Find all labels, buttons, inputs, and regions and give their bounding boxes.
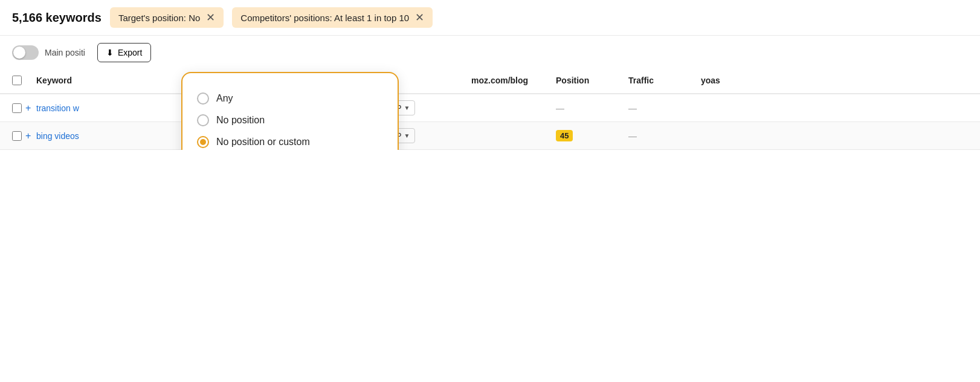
radio-no-position[interactable] — [197, 114, 209, 126]
target-position-filter[interactable]: Target's position: No ✕ — [110, 7, 224, 28]
competitors-position-label: Competitors' positions: At least 1 in to… — [240, 13, 409, 23]
select-all-checkbox[interactable] — [12, 76, 22, 85]
th-yoas: yoas — [701, 76, 773, 87]
row1-traffic: — — [628, 103, 701, 113]
row2-plus-icon[interactable]: + — [25, 131, 31, 141]
row1-serp-arrow-icon: ▼ — [404, 105, 410, 111]
keywords-count: 5,166 keywords — [12, 11, 102, 25]
table-row: + transition w .33 SERP ▼ — — — [0, 94, 980, 122]
row2-position: 45 — [556, 130, 628, 141]
competitors-position-filter[interactable]: Competitors' positions: At least 1 in to… — [232, 7, 433, 28]
row2-traffic: — — [628, 131, 701, 141]
radio-any[interactable] — [197, 92, 209, 105]
option-any-label: Any — [216, 93, 233, 104]
export-button[interactable]: ⬇ Export — [97, 43, 151, 62]
row2-keyword-link[interactable]: bing videos — [36, 131, 79, 141]
table-row: + bing videos 2 25.0K 2.81 SERP ▼ 45 — — [0, 122, 980, 150]
top-bar: 5,166 keywords Target's position: No ✕ C… — [0, 0, 980, 36]
toggle-container: Main positi — [12, 45, 85, 60]
row1-checkbox[interactable] — [12, 103, 22, 113]
option-no-position[interactable]: No position — [197, 109, 383, 131]
row2-serp-arrow-icon: ▼ — [404, 132, 410, 139]
row1-plus-icon[interactable]: + — [25, 103, 31, 114]
option-no-position-label: No position — [216, 115, 265, 126]
th-moz-position: Position — [556, 76, 628, 87]
row1-position: — — [556, 103, 628, 113]
toggle-label: Main positi — [45, 48, 85, 57]
option-no-position-or-custom[interactable]: No position or custom — [197, 131, 383, 150]
row2-checkbox-cell: + — [12, 131, 36, 141]
th-moz: moz.com/blog — [471, 76, 556, 87]
position-filter-dropdown: Any No position No position or custom 4–… — [181, 72, 399, 150]
th-checkbox — [12, 76, 36, 87]
table-header: Keyword CPC moz.com/blog Position Traffi… — [0, 70, 980, 94]
row2-position-badge: 45 — [556, 130, 573, 141]
target-position-close-icon[interactable]: ✕ — [206, 12, 215, 23]
export-icon: ⬇ — [106, 48, 114, 57]
radio-no-position-or-custom[interactable] — [197, 136, 209, 148]
toggle-knob — [13, 47, 25, 59]
option-any[interactable]: Any — [197, 88, 383, 109]
export-label: Export — [118, 48, 142, 57]
option-no-position-or-custom-label: No position or custom — [216, 137, 310, 147]
second-row: Main positi ⬇ Export Any No position No … — [0, 36, 980, 70]
row1-keyword-link[interactable]: transition w — [36, 103, 79, 113]
row1-checkbox-cell: + — [12, 103, 36, 114]
target-position-label: Target's position: No — [118, 13, 200, 23]
row2-checkbox[interactable] — [12, 131, 22, 141]
th-moz-traffic: Traffic — [628, 76, 701, 87]
competitors-position-close-icon[interactable]: ✕ — [415, 12, 424, 23]
main-position-toggle[interactable] — [12, 45, 39, 60]
